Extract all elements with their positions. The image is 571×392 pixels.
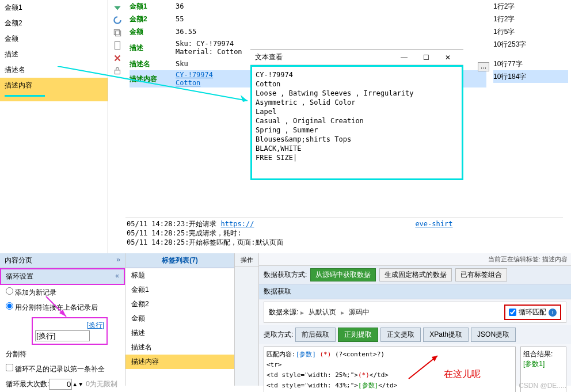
acq-subheader: 数据获取 — [259, 284, 571, 299]
editing-note: 当前正在编辑标签: 描述内容 — [259, 253, 571, 266]
btn-from-source[interactable]: 从源码中获取数据 — [310, 268, 376, 281]
svg-rect-3 — [115, 70, 120, 74]
delete-icon[interactable] — [112, 53, 123, 63]
content-paging-header[interactable]: 内容分页 — [0, 253, 125, 268]
close-button[interactable]: ✕ — [437, 51, 459, 64]
tag-list-panel: 标签列表(7) 标题 金额1 金额2 金额 描述 描述名 描述内容 — [125, 253, 235, 386]
stat-cell: 10行253字 — [493, 38, 568, 58]
annotation-red-text: 在这儿呢 — [444, 369, 481, 379]
data-acquisition-panel: 当前正在编辑标签: 描述内容 数据获取方式: 从源码中获取数据 生成固定格式的数… — [259, 253, 571, 386]
tag-item[interactable]: 金额1 — [125, 283, 234, 297]
stat-cell: 1行2字 — [493, 13, 568, 25]
match-content-editor[interactable]: 匹配内容:[参数] (*) (?<content>?) <tr> <td sty… — [264, 347, 516, 392]
field-item-selected[interactable]: 描述内容 — [0, 78, 108, 101]
max-loop-label: 循环最大次数: — [6, 379, 49, 389]
popup-text-content[interactable]: CY-!79974 Cotton Loose , Batwing Sleeves… — [250, 65, 463, 180]
svg-rect-1 — [116, 31, 121, 36]
refresh-icon[interactable] — [112, 15, 123, 25]
stat-cell: 10行184字 — [493, 70, 568, 83]
paste-icon[interactable] — [112, 40, 123, 51]
stats-column: 1行2字 1行2字 1行5字 10行253字 10行77字 10行184字 — [493, 0, 568, 83]
tag-item[interactable]: 金额 — [125, 311, 234, 326]
tag-item[interactable]: 金额2 — [125, 297, 234, 311]
row-value: 36.55 — [176, 28, 486, 36]
row-label: 金额 — [130, 27, 176, 37]
popup-title: 文本查看 — [255, 52, 393, 62]
acq-mode-label: 数据获取方式: — [264, 270, 307, 280]
separator-label: 分割符 — [6, 350, 26, 358]
crumb-source[interactable]: 源码中 — [347, 307, 372, 317]
tag-item[interactable]: 标题 — [125, 268, 234, 283]
row-label: 描述内容 — [130, 74, 176, 84]
btn-tag-combo[interactable]: 已有标签组合 — [455, 268, 507, 281]
tag-item[interactable]: 描述 — [125, 326, 234, 340]
max-loop-input[interactable] — [49, 379, 72, 390]
row-label: 描述名 — [130, 59, 176, 69]
tab-cut[interactable]: 前后截取 — [295, 328, 336, 342]
separator-box: [换行] — [32, 317, 108, 345]
max-loop-note: 0为无限制 — [86, 379, 117, 389]
btn-fixed-format[interactable]: 生成固定格式的数据 — [379, 268, 452, 281]
loop-settings-header[interactable]: 循环设置 — [1, 269, 124, 284]
tab-regex[interactable]: 正则提取 — [338, 328, 378, 342]
text-viewer-popup: 文本查看 — ☐ ✕ CY-!79974 Cotton Loose , Batw… — [250, 50, 463, 216]
stat-cell: 1行2字 — [493, 0, 568, 13]
svg-rect-0 — [114, 29, 119, 35]
checkbox-fill-first[interactable]: 循环不足的记录以第一条补全 — [6, 365, 105, 373]
vertical-toolbar — [112, 0, 125, 78]
separator-input[interactable] — [35, 330, 90, 341]
extract-mode-label: 提取方式: — [264, 330, 293, 340]
tab-xpath[interactable]: XPath提取 — [423, 328, 469, 342]
stat-cell: 10行77字 — [493, 58, 568, 70]
highlight-underline — [5, 95, 45, 97]
svg-marker-5 — [241, 95, 248, 102]
log-panel: 05/11 14:28:23:开始请求 https://eve-shirt 05… — [125, 218, 563, 249]
left-settings-panel: 内容分页 循环设置 添加为新记录 用分割符连接在上条记录后 [换行] 分割符 循… — [0, 253, 125, 386]
source-label: 数据来源: — [269, 307, 298, 317]
tag-item-selected[interactable]: 描述内容 — [125, 355, 234, 369]
log-link[interactable]: https:// — [221, 220, 254, 228]
info-icon[interactable]: i — [549, 309, 557, 317]
swap-link[interactable]: [换行] — [35, 321, 104, 330]
row-label: 金额1 — [130, 2, 176, 12]
tab-json[interactable]: JSON提取 — [471, 328, 516, 342]
combine-label: 组合结果: — [523, 349, 564, 359]
svg-rect-2 — [115, 41, 120, 50]
minimize-button[interactable]: — — [393, 51, 415, 64]
row-label: 金额2 — [130, 14, 176, 24]
copy-icon[interactable] — [112, 28, 123, 38]
ellipsis-button[interactable]: ... — [478, 62, 489, 71]
crumb-default-page[interactable]: 从默认页 — [306, 307, 338, 317]
maximize-button[interactable]: ☐ — [415, 51, 437, 64]
row-label: 描述 — [130, 43, 176, 53]
radio-append-separator[interactable]: 用分割符连接在上条记录后 — [6, 303, 98, 311]
radio-new-record[interactable]: 添加为新记录 — [6, 288, 56, 296]
stat-cell: 1行5字 — [493, 25, 568, 38]
row-value: 55 — [176, 15, 486, 23]
field-item[interactable]: 描述 — [0, 47, 108, 62]
arrow-down-icon[interactable] — [112, 2, 123, 13]
tab-body[interactable]: 正文提取 — [380, 328, 421, 342]
field-item[interactable]: 金额 — [0, 31, 108, 47]
tag-list-header: 标签列表(7) — [125, 253, 234, 268]
loop-match-label: 循环匹配 — [519, 307, 546, 317]
loop-match-box: 循环匹配 i — [504, 305, 561, 320]
ops-header: 操作 — [235, 253, 258, 267]
watermark: CSDN @DE..... — [519, 382, 566, 390]
field-item[interactable]: 描述名 — [0, 62, 108, 78]
param1-chip[interactable]: [参数1] — [523, 359, 564, 369]
row-value: 36 — [176, 2, 486, 10]
lock-icon[interactable] — [112, 66, 123, 76]
ops-column: 操作 — [235, 253, 259, 386]
left-field-list: 金额1 金额2 金额 描述 描述名 描述内容 — [0, 0, 108, 253]
field-item[interactable]: 金额1 — [0, 0, 108, 16]
tag-item[interactable]: 描述名 — [125, 340, 234, 355]
loop-match-checkbox[interactable] — [509, 309, 516, 316]
field-item[interactable]: 金额2 — [0, 16, 108, 31]
